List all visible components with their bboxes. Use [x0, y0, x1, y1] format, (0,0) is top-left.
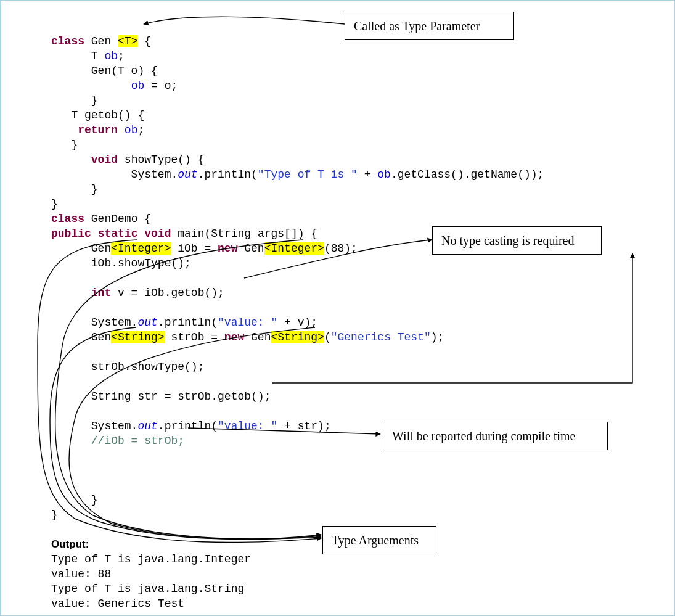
output-heading: Output:	[51, 538, 89, 550]
code-line: }	[51, 509, 58, 521]
code-line: strOb.showType();	[51, 361, 204, 373]
code-line: Gen<String> strOb = new Gen<String>("Gen…	[51, 331, 444, 343]
code-line: System.out.println("value: " + v);	[51, 316, 317, 329]
output-line: value: 88	[51, 568, 111, 580]
diagram-page: class Gen <T> { T ob; Gen(T o) { ob = o;…	[0, 0, 675, 616]
code-line: return ob;	[51, 124, 144, 136]
code-line: class GenDemo {	[51, 213, 151, 225]
callout-type-arguments: Type Arguements	[322, 526, 436, 554]
code-line: int v = iOb.getob();	[51, 287, 224, 299]
code-line: //iOb = strOb;	[51, 435, 184, 447]
callout-no-cast: No type casting is required	[432, 226, 602, 255]
code-line: class Gen <T> {	[51, 35, 151, 47]
code-line: ob = o;	[51, 80, 178, 92]
code-line: System.out.println("value: " + str);	[51, 420, 331, 432]
code-line: String str = strOb.getob();	[51, 390, 271, 403]
code-line: }	[51, 139, 78, 151]
callout-compile-error: Will be reported during compile time	[383, 422, 608, 450]
code-line: Gen<Integer> iOb = new Gen<Integer>(88);	[51, 242, 358, 255]
code-line: }	[51, 198, 58, 210]
code-line: iOb.showType();	[51, 257, 191, 269]
code-line: }	[51, 494, 98, 506]
code-line: T ob;	[51, 50, 125, 62]
code-line: }	[51, 183, 98, 195]
output-line: value: Generics Test	[51, 598, 184, 610]
code-line: public static void main(String args[]) {	[51, 228, 317, 240]
output-line: Type of T is java.lang.Integer	[51, 553, 251, 565]
code-line: T getob() {	[51, 109, 144, 121]
code-line: Gen(T o) {	[51, 65, 158, 77]
output-line: Type of T is java.lang.String	[51, 583, 244, 595]
code-block: class Gen <T> { T ob; Gen(T o) { ob = o;…	[51, 19, 544, 611]
code-line: System.out.println("Type of T is " + ob.…	[51, 168, 544, 181]
callout-type-parameter: Called as Type Parameter	[345, 12, 514, 40]
blank-line	[51, 524, 58, 536]
code-line: }	[51, 94, 98, 107]
code-line: void showType() {	[51, 154, 204, 166]
